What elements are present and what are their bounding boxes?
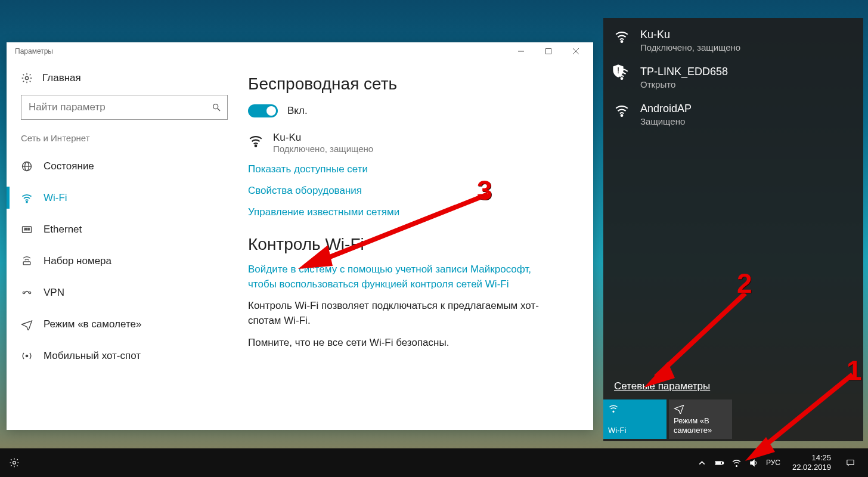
svg-rect-13 (26, 228, 27, 230)
svg-rect-1 (546, 49, 551, 54)
nav-label: Режим «в самолете» (44, 318, 141, 330)
nav-label: Состояние (44, 160, 94, 172)
svg-point-16 (23, 292, 24, 293)
settings-icon (9, 457, 20, 468)
svg-point-4 (25, 76, 28, 79)
nav-hotspot[interactable]: Мобильный хот-спот (7, 340, 242, 371)
airplane-icon (674, 403, 684, 414)
svg-point-17 (29, 292, 30, 293)
battery-icon[interactable] (714, 458, 724, 468)
wifi-sense-p1: Контроль Wi-Fi позволяет подключаться к … (248, 299, 552, 328)
network-sub: Защищено (640, 116, 692, 126)
nav-vpn[interactable]: VPN (7, 277, 242, 308)
nav-label: Набор номера (44, 255, 111, 267)
nav-dialup[interactable]: Набор номера (7, 245, 242, 277)
tray-chevron-icon[interactable] (697, 458, 707, 468)
clock-time: 14:25 (811, 453, 831, 463)
search-input[interactable] (21, 95, 228, 120)
content-heading2: Контроль Wi-Fi (248, 235, 580, 254)
svg-point-20 (621, 41, 623, 42)
home-label: Главная (42, 72, 81, 84)
wifi-toggle[interactable] (248, 104, 278, 117)
start-button[interactable] (0, 448, 29, 477)
nav-wifi[interactable]: Wi-Fi (7, 182, 242, 213)
tile-label: Wi-Fi (608, 426, 662, 435)
network-name: TP-LINK_EDD658 (640, 66, 728, 78)
svg-point-25 (13, 461, 16, 464)
clock[interactable]: 14:25 22.02.2019 (792, 453, 831, 472)
network-status: Подключено, защищено (273, 144, 373, 154)
settings-content: Беспроводная сеть Вкл. Ku-Ku Подключено,… (242, 60, 593, 430)
maximize-button[interactable] (535, 42, 562, 60)
tile-wifi[interactable]: Wi-Fi (603, 399, 666, 439)
gear-icon (21, 72, 33, 84)
taskbar: РУС 14:25 22.02.2019 (0, 448, 868, 477)
nav-label: Мобильный хот-спот (44, 350, 141, 362)
link-hardware-props[interactable]: Свойства оборудования (248, 185, 580, 197)
svg-point-23 (621, 114, 623, 116)
titlebar: Параметры (7, 42, 593, 60)
svg-rect-14 (29, 228, 30, 230)
settings-window: Параметры Главная Сеть и Интернет Состоя… (7, 42, 593, 430)
globe-icon (21, 160, 33, 172)
hotspot-icon (21, 350, 33, 362)
settings-sidebar: Главная Сеть и Интернет Состояние Wi-Fi … (7, 60, 242, 430)
nav-ethernet[interactable]: Ethernet (7, 213, 242, 245)
flyout-tiles: Wi-Fi Режим «В самолете» (603, 399, 863, 441)
language-indicator[interactable]: РУС (766, 459, 780, 467)
wifi-icon (614, 29, 630, 44)
link-manage-known[interactable]: Управление известными сетями (248, 206, 580, 218)
window-title: Параметры (15, 47, 53, 55)
svg-point-24 (613, 411, 614, 412)
toggle-label: Вкл. (287, 105, 308, 117)
svg-rect-12 (24, 228, 26, 230)
shield-warning-icon: ! (610, 63, 626, 79)
connected-network[interactable]: Ku-Ku Подключено, защищено (248, 132, 580, 154)
system-tray: РУС 14:25 22.02.2019 (691, 453, 868, 472)
nav-label: Wi-Fi (44, 192, 67, 204)
flyout-network-item[interactable]: Ku-KuПодключено, защищено (603, 18, 863, 55)
wifi-icon (21, 192, 33, 204)
svg-point-19 (255, 145, 257, 147)
search-field[interactable] (29, 101, 212, 113)
minimize-button[interactable] (507, 42, 535, 60)
svg-point-5 (213, 104, 218, 109)
network-sub: Подключено, защищено (640, 42, 740, 52)
svg-point-29 (736, 465, 737, 466)
action-center-icon[interactable] (838, 458, 862, 468)
content-heading: Беспроводная сеть (248, 75, 580, 94)
wifi-sense-p2: Помните, что не все сети Wi-Fi безопасны… (248, 336, 552, 351)
wifi-open-icon: ! (614, 66, 630, 81)
link-signin[interactable]: Войдите в систему с помощью учетной запи… (248, 262, 552, 292)
tile-airplane[interactable]: Режим «В самолете» (669, 399, 732, 439)
svg-rect-15 (23, 261, 30, 264)
svg-rect-30 (847, 460, 853, 464)
network-name: Ku-Ku (640, 29, 740, 41)
vpn-icon (21, 287, 33, 299)
network-flyout: Ku-KuПодключено, защищено ! TP-LINK_EDD6… (603, 18, 863, 441)
svg-point-10 (26, 201, 27, 202)
home-link[interactable]: Главная (7, 66, 242, 92)
flyout-network-item[interactable]: AndroidAPЗащищено (603, 92, 863, 129)
tile-label: Режим «В самолете» (674, 416, 727, 436)
nav-status[interactable]: Состояние (7, 150, 242, 182)
section-title: Сеть и Интернет (7, 131, 242, 150)
wifi-icon (614, 103, 630, 118)
network-settings-link[interactable]: Сетевые параметры (603, 380, 863, 399)
dialup-icon (21, 255, 33, 267)
svg-rect-28 (716, 462, 720, 464)
network-name: Ku-Ku (273, 132, 373, 144)
close-button[interactable] (562, 42, 590, 60)
ethernet-icon (21, 224, 33, 236)
wifi-icon (608, 403, 619, 414)
wifi-tray-icon[interactable] (731, 458, 742, 468)
flyout-network-item[interactable]: ! TP-LINK_EDD658Открыто (603, 55, 863, 92)
link-show-networks[interactable]: Показать доступные сети (248, 163, 580, 175)
volume-icon[interactable] (749, 458, 759, 468)
airplane-icon (21, 318, 33, 330)
nav-airplane[interactable]: Режим «в самолете» (7, 308, 242, 340)
nav-label: Ethernet (44, 224, 82, 236)
svg-rect-27 (723, 462, 723, 464)
network-name: AndroidAP (640, 103, 692, 115)
svg-rect-11 (23, 227, 32, 233)
